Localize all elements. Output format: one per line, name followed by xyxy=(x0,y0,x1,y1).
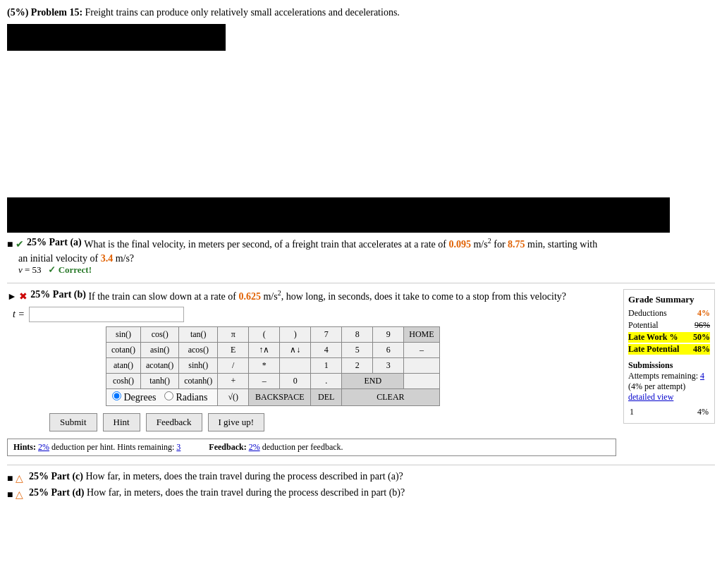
potential-value: 96% xyxy=(695,320,710,331)
calc-close-paren[interactable]: ) xyxy=(280,327,311,343)
calc-acos[interactable]: acos() xyxy=(179,343,218,358)
part-c-question: How far, in meters, does the train trave… xyxy=(85,471,403,482)
hint-button[interactable]: Hint xyxy=(103,413,140,431)
calc-tan[interactable]: tan() xyxy=(179,327,218,343)
calc-8[interactable]: 8 xyxy=(342,327,373,343)
deductions-value: 4% xyxy=(697,308,710,319)
calc-down-arrow[interactable]: ∧↓ xyxy=(280,343,311,358)
part-d-percent: 25% Part (d) xyxy=(29,487,87,498)
calc-tanh[interactable]: tanh() xyxy=(140,374,178,389)
calc-5[interactable]: 5 xyxy=(342,343,373,358)
calc-empty-1 xyxy=(280,358,311,374)
late-potential-value: 48% xyxy=(693,344,710,355)
sub-num: 1 xyxy=(630,407,651,417)
calc-plus[interactable]: + xyxy=(218,374,249,389)
calc-4[interactable]: 4 xyxy=(311,343,342,358)
part-c-percent: 25% Part (c) xyxy=(29,471,85,482)
calc-pi[interactable]: π xyxy=(218,327,249,343)
part-a-percent: 25% Part (a) xyxy=(27,237,84,248)
feedback-percent: 2% xyxy=(249,442,260,452)
part-a-icon: ■ ✔ xyxy=(7,238,24,250)
radians-radio[interactable] xyxy=(164,391,173,400)
sub-row-1: 1 4% xyxy=(630,407,709,417)
part-b-main: ► ✖ 25% Part (b) If the train can slow d… xyxy=(7,289,616,456)
calc-asin[interactable]: asin() xyxy=(140,343,178,358)
calc-cotan[interactable]: cotan() xyxy=(106,343,141,358)
calc-empty-2 xyxy=(404,358,439,374)
hints-remaining[interactable]: 3 xyxy=(176,442,180,452)
calc-row-3: atan() acotan() sinh() / * 1 2 3 xyxy=(106,358,440,374)
part-b-icon: ► ✖ xyxy=(7,290,27,302)
problem-label: Problem 15: xyxy=(31,7,85,18)
degrees-radio[interactable] xyxy=(112,391,121,400)
submissions-title: Submissions xyxy=(628,360,710,371)
calc-sinh[interactable]: sinh() xyxy=(179,358,218,374)
input-label: t = xyxy=(13,309,25,320)
part-b-layout: ► ✖ 25% Part (b) If the train can slow d… xyxy=(7,289,715,456)
calc-acotan[interactable]: acotan() xyxy=(140,358,178,374)
calc-minus[interactable]: – xyxy=(249,374,280,389)
redacted-bar-top xyxy=(7,24,226,51)
calc-end[interactable]: END xyxy=(342,374,404,389)
calc-multiply[interactable]: * xyxy=(249,358,280,374)
part-c-d-section: ■ △ 25% Part (c) How far, in meters, doe… xyxy=(7,465,715,501)
calc-home[interactable]: HOME xyxy=(404,327,439,343)
calc-divide[interactable]: / xyxy=(218,358,249,374)
calculator: sin() cos() tan() π ( ) 7 8 9 HOME xyxy=(106,326,616,406)
calc-up-arrow[interactable]: ↑∧ xyxy=(249,343,280,358)
late-potential-row: Late Potential 48% xyxy=(628,344,710,355)
calc-sin[interactable]: sin() xyxy=(106,327,141,343)
part-d-row: ■ △ 25% Part (d) How far, in meters, doe… xyxy=(7,487,715,501)
problem-header: (5%) Problem 15: Freight trains can prod… xyxy=(7,7,715,18)
potential-label: Potential xyxy=(628,320,659,331)
calc-minus-right[interactable]: – xyxy=(404,343,439,358)
hints-feedback-bar: Hints: 2% deduction per hint. Hints rema… xyxy=(7,439,616,456)
calc-row-degrees: Degrees Radians √() BACKSPACE DEL CLEAR xyxy=(106,389,440,406)
calc-open-paren[interactable]: ( xyxy=(249,327,280,343)
detailed-view-link[interactable]: detailed view xyxy=(628,392,673,402)
submit-button[interactable]: Submit xyxy=(49,413,97,431)
give-up-button[interactable]: I give up! xyxy=(208,413,265,431)
part-b-row: ► ✖ 25% Part (b) If the train can slow d… xyxy=(7,289,616,302)
feedback-button[interactable]: Feedback xyxy=(146,413,202,431)
attempts-value[interactable]: 4 xyxy=(700,371,704,381)
hints-text: Hints: 2% deduction per hint. Hints rema… xyxy=(13,442,180,453)
calc-0[interactable]: 0 xyxy=(280,374,311,389)
calc-del[interactable]: DEL xyxy=(311,389,342,406)
calc-clear[interactable]: CLEAR xyxy=(342,389,439,406)
calc-atan[interactable]: atan() xyxy=(106,358,141,374)
t-input[interactable] xyxy=(29,307,184,322)
part-d-icon: ■ △ xyxy=(7,489,26,501)
calc-6[interactable]: 6 xyxy=(373,343,404,358)
calc-cotanh[interactable]: cotanh() xyxy=(179,374,218,389)
radians-label[interactable]: Radians xyxy=(164,392,208,403)
problem-statement: Freight trains can produce only relative… xyxy=(85,7,400,18)
submissions-table: 1 4% xyxy=(628,405,710,419)
calc-1[interactable]: 1 xyxy=(311,358,342,374)
part-a-row: ■ ✔ 25% Part (a) What is the final veloc… xyxy=(7,237,715,250)
calc-dot[interactable]: . xyxy=(311,374,342,389)
per-attempt: (4% per attempt) xyxy=(628,381,710,392)
calc-7[interactable]: 7 xyxy=(311,327,342,343)
submissions-section: Submissions Attempts remaining: 4 (4% pe… xyxy=(628,360,710,419)
calc-9[interactable]: 9 xyxy=(373,327,404,343)
calc-empty-3 xyxy=(404,374,439,389)
calc-2[interactable]: 2 xyxy=(342,358,373,374)
calc-sqrt[interactable]: √() xyxy=(218,389,249,406)
calc-cos[interactable]: cos() xyxy=(140,327,178,343)
degrees-label[interactable]: Degrees xyxy=(112,392,159,403)
calc-e[interactable]: E xyxy=(218,343,249,358)
calc-row-4: cosh() tanh() cotanh() + – 0 . END xyxy=(106,374,440,389)
part-c-icon: ■ △ xyxy=(7,472,26,484)
feedback-text: Feedback: 2% deduction per feedback. xyxy=(209,442,343,453)
part-b-percent: 25% Part (b) xyxy=(30,289,88,300)
calc-backspace[interactable]: BACKSPACE xyxy=(249,389,311,406)
problem-percent: (5%) xyxy=(7,7,28,18)
calc-3[interactable]: 3 xyxy=(373,358,404,374)
deductions-row: Deductions 4% xyxy=(628,308,710,319)
calc-row-1: sin() cos() tan() π ( ) 7 8 9 HOME xyxy=(106,327,440,343)
action-buttons-row: Submit Hint Feedback I give up! xyxy=(49,413,616,431)
calc-table: sin() cos() tan() π ( ) 7 8 9 HOME xyxy=(106,326,440,406)
calc-row-2: cotan() asin() acos() E ↑∧ ∧↓ 4 5 6 – xyxy=(106,343,440,358)
calc-cosh[interactable]: cosh() xyxy=(106,374,141,389)
